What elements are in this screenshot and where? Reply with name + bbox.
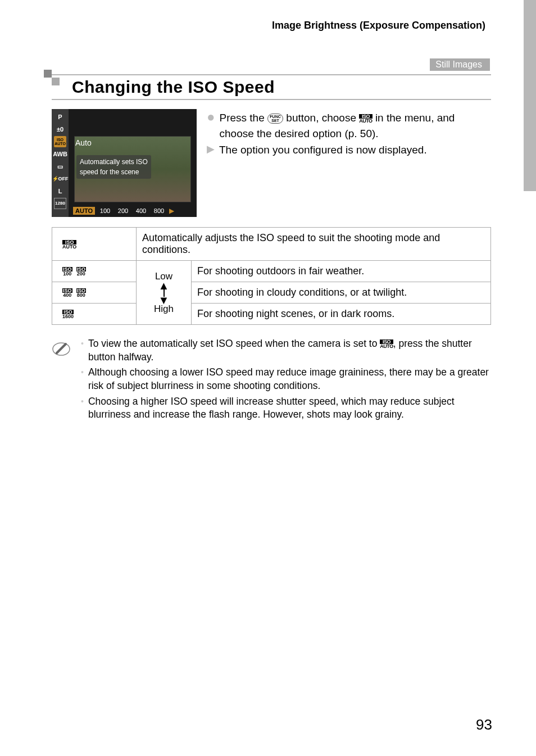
iso-auto-chip: AUTO [73, 207, 95, 215]
iso-200-icon: ISO200 [76, 267, 87, 276]
svg-line-1 [57, 344, 66, 353]
header-corner-icon-2 [52, 78, 60, 85]
iso-auto-note-icon: ISOAUTO [380, 339, 393, 348]
camera-tooltip: Automatically sets ISO speed for the sce… [76, 155, 151, 179]
camera-iso-bar: AUTO 100 200 400 800 ▶ [73, 207, 196, 215]
iso-400-icon: ISO400 [62, 288, 72, 297]
camera-screen: P ±0 ISOAUTO AWB ▭ ⚡OFF L 1280 Auto Auto… [52, 109, 197, 217]
iso-auto-chip-icon: ISOAUTO [62, 240, 76, 249]
section-header: Changing the ISO Speed [52, 74, 491, 100]
notes-block: • To view the automatically set ISO spee… [52, 337, 491, 424]
night-desc: For shooting night scenes, or in dark ro… [192, 304, 491, 325]
note-bullet-icon: • [81, 395, 84, 422]
pencil-note-icon [52, 339, 71, 424]
iso-auto-desc: Automatically adjusts the ISO speed to s… [137, 228, 491, 261]
iso-auto-cell: ISOAUTO [52, 228, 137, 261]
iso-200: 200 [115, 207, 131, 214]
iso-100-icon: ISO100 [62, 267, 72, 276]
iso-auto-inline-icon: ISOAUTO [359, 114, 372, 123]
instruction-text-1a: Press the [220, 112, 268, 124]
iso-800-icon: ISO800 [76, 288, 87, 297]
iso-1600-cell: ISO1600 [52, 304, 137, 325]
iso-800: 800 [151, 207, 167, 214]
right-triangle-icon: ▶ [169, 207, 174, 215]
size-l-icon: L [54, 185, 66, 197]
cloudy-desc: For shooting in cloudy conditions, or at… [192, 282, 491, 304]
low-high-cell: Low ▲ ▼ High [137, 261, 192, 325]
note-1: To view the automatically set ISO speed … [88, 337, 491, 364]
fair-weather-desc: For shooting outdoors in fair weather. [192, 261, 491, 282]
iso-400: 400 [133, 207, 149, 214]
table-row: ISO1600 For shooting night scenes, or in… [52, 304, 491, 325]
metering-icon: ▭ [54, 161, 66, 172]
func-set-button-icon: FUNCSET [267, 114, 283, 124]
iso-table: ISOAUTO Automatically adjusts the ISO sp… [52, 227, 491, 325]
table-row: ISOAUTO Automatically adjusts the ISO sp… [52, 228, 491, 261]
exposure-comp-icon: ±0 [54, 124, 66, 135]
awb-icon: AWB [54, 148, 66, 160]
resolution-icon: 1280 [54, 198, 66, 209]
bullet-dot-icon: ● [207, 110, 215, 141]
camera-sidebar: P ±0 ISOAUTO AWB ▭ ⚡OFF L 1280 [52, 109, 69, 217]
note-bullet-icon: • [81, 337, 84, 364]
instruction-text-2: The option you configured is now display… [219, 142, 427, 158]
instructions: ● Press the FUNCSET button, choose ISOAU… [207, 109, 491, 217]
badge-row: Still Images [52, 58, 491, 71]
iso-1600-icon: ISO1600 [62, 310, 74, 319]
page-content: Image Brightness (Exposure Compensation)… [0, 0, 536, 424]
camera-auto-label: Auto [75, 138, 92, 147]
pointer-icon: ▶ [207, 142, 215, 158]
section-title: Changing the ISO Speed [72, 78, 491, 97]
instruction-text-1b: button, choose [286, 112, 359, 124]
iso-auto-icon: ISOAUTO [54, 136, 66, 147]
high-label: High [142, 304, 185, 315]
mode-p-icon: P [54, 111, 66, 123]
note-3: Choosing a higher ISO speed will increas… [88, 395, 491, 422]
still-images-badge: Still Images [430, 58, 490, 71]
flash-off-icon: ⚡OFF [54, 173, 66, 184]
breadcrumb: Image Brightness (Exposure Compensation) [52, 20, 491, 31]
table-row: ISO100 ISO200 Low ▲ ▼ High For shooting … [52, 261, 491, 282]
page-edge-tab [524, 0, 536, 191]
down-arrow-icon: ▼ [142, 297, 185, 304]
note-bullet-icon: • [81, 366, 84, 392]
header-corner-icon [44, 70, 52, 78]
note-2: Although choosing a lower ISO speed may … [88, 366, 491, 392]
iso-400-800-cell: ISO400 ISO800 [52, 282, 137, 304]
table-row: ISO400 ISO800 For shooting in cloudy con… [52, 282, 491, 304]
iso-100: 100 [97, 207, 113, 214]
up-arrow-icon: ▲ [142, 282, 185, 289]
iso-100-200-cell: ISO100 ISO200 [52, 261, 137, 282]
page-number: 93 [476, 716, 492, 734]
